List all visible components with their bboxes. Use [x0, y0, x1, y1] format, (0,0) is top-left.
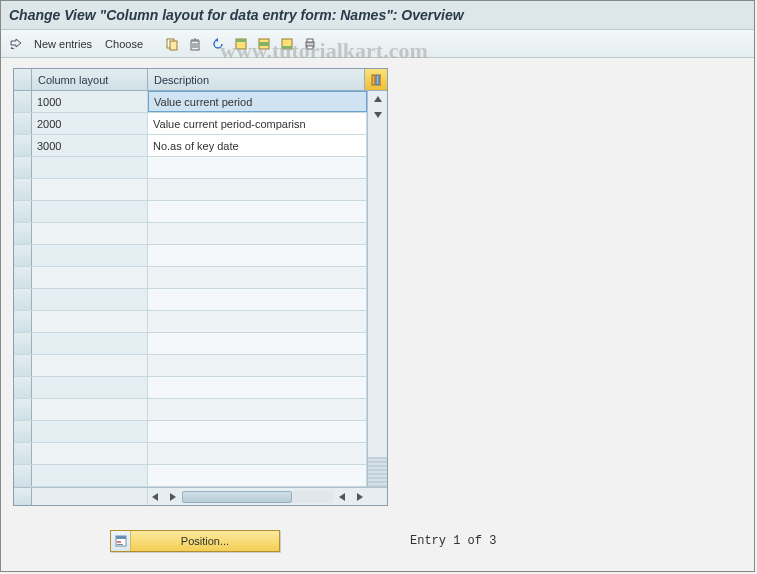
hscroll-thumb[interactable]	[182, 491, 292, 503]
copy-icon[interactable]	[163, 35, 181, 53]
cell-layout[interactable]	[32, 157, 148, 178]
row-selector[interactable]	[14, 135, 32, 156]
cell-layout[interactable]	[32, 267, 148, 288]
table-row[interactable]	[14, 245, 367, 267]
table-row[interactable]	[14, 421, 367, 443]
col-header-layout[interactable]: Column layout	[32, 69, 148, 90]
table-row[interactable]	[14, 399, 367, 421]
cell-desc[interactable]	[148, 179, 367, 200]
table-row[interactable]: 3000No.as of key date	[14, 135, 367, 157]
cell-layout[interactable]	[32, 179, 148, 200]
hscroll-right-icon[interactable]	[164, 493, 180, 501]
table-row[interactable]	[14, 355, 367, 377]
cell-layout[interactable]	[32, 245, 148, 266]
cell-layout[interactable]	[32, 421, 148, 442]
scroll-up-icon[interactable]	[368, 91, 387, 107]
position-button-label: Position...	[131, 535, 279, 547]
scroll-grip[interactable]	[368, 457, 387, 487]
col-header-desc[interactable]: Description	[148, 69, 365, 90]
table-row[interactable]: 1000Value current period	[14, 91, 367, 113]
cell-desc[interactable]	[148, 421, 367, 442]
table-row[interactable]	[14, 443, 367, 465]
row-selector[interactable]	[14, 333, 32, 354]
cell-layout[interactable]	[32, 201, 148, 222]
row-selector[interactable]	[14, 267, 32, 288]
hscroll-right2-icon[interactable]	[351, 493, 367, 501]
table-row[interactable]	[14, 465, 367, 487]
table-row[interactable]	[14, 333, 367, 355]
row-selector[interactable]	[14, 91, 32, 112]
row-header-corner[interactable]	[14, 69, 32, 90]
cell-layout[interactable]	[32, 399, 148, 420]
cell-desc[interactable]: No.as of key date	[148, 135, 367, 156]
cell-layout[interactable]	[32, 333, 148, 354]
cell-layout[interactable]: 2000	[32, 113, 148, 134]
cell-layout[interactable]: 1000	[32, 91, 148, 112]
row-selector[interactable]	[14, 311, 32, 332]
position-button[interactable]: Position...	[110, 530, 280, 552]
table-row[interactable]	[14, 377, 367, 399]
cell-desc[interactable]	[148, 355, 367, 376]
cell-desc[interactable]: Value current period	[148, 91, 367, 112]
row-selector[interactable]	[14, 443, 32, 464]
cell-desc[interactable]	[148, 157, 367, 178]
cell-layout[interactable]	[32, 311, 148, 332]
cell-desc[interactable]	[148, 223, 367, 244]
hscroll-left-icon[interactable]	[148, 493, 164, 501]
configure-columns-icon[interactable]	[365, 69, 387, 90]
cell-layout[interactable]: 3000	[32, 135, 148, 156]
cell-desc[interactable]	[148, 311, 367, 332]
row-selector[interactable]	[14, 355, 32, 376]
table-row[interactable]	[14, 311, 367, 333]
cell-desc[interactable]	[148, 267, 367, 288]
cell-layout[interactable]	[32, 377, 148, 398]
cell-desc[interactable]	[148, 333, 367, 354]
cell-desc[interactable]	[148, 377, 367, 398]
deselect-all-icon[interactable]	[278, 35, 296, 53]
cell-desc[interactable]	[148, 201, 367, 222]
cell-desc[interactable]: Value current period-comparisn	[148, 113, 367, 134]
cell-layout[interactable]	[32, 465, 148, 486]
cell-desc[interactable]	[148, 443, 367, 464]
scroll-down-icon[interactable]	[368, 107, 387, 123]
cell-layout[interactable]	[32, 223, 148, 244]
table-row[interactable]	[14, 201, 367, 223]
row-selector[interactable]	[14, 421, 32, 442]
row-selector[interactable]	[14, 113, 32, 134]
table-row[interactable]	[14, 267, 367, 289]
sap-window: Change View "Column layout for data entr…	[0, 0, 755, 572]
table-row[interactable]	[14, 223, 367, 245]
row-selector[interactable]	[14, 465, 32, 486]
print-icon[interactable]	[301, 35, 319, 53]
cell-desc[interactable]	[148, 289, 367, 310]
cell-layout[interactable]	[32, 355, 148, 376]
vertical-scrollbar[interactable]	[367, 91, 387, 487]
select-all-icon[interactable]	[232, 35, 250, 53]
undo-icon[interactable]	[209, 35, 227, 53]
choose-button[interactable]: Choose	[105, 38, 143, 50]
cell-desc[interactable]	[148, 465, 367, 486]
row-selector[interactable]	[14, 223, 32, 244]
svg-rect-11	[259, 42, 269, 46]
row-selector[interactable]	[14, 289, 32, 310]
select-block-icon[interactable]	[255, 35, 273, 53]
cell-desc[interactable]	[148, 399, 367, 420]
toggle-view-icon[interactable]	[7, 35, 25, 53]
row-selector[interactable]	[14, 377, 32, 398]
table-row[interactable]: 2000Value current period-comparisn	[14, 113, 367, 135]
row-selector[interactable]	[14, 399, 32, 420]
table-row[interactable]	[14, 289, 367, 311]
row-selector[interactable]	[14, 157, 32, 178]
hscroll-track[interactable]	[182, 491, 333, 503]
row-selector[interactable]	[14, 245, 32, 266]
new-entries-button[interactable]: New entries	[34, 38, 92, 50]
delete-icon[interactable]	[186, 35, 204, 53]
table-row[interactable]	[14, 157, 367, 179]
cell-desc[interactable]	[148, 245, 367, 266]
hscroll-left2-icon[interactable]	[335, 493, 351, 501]
cell-layout[interactable]	[32, 289, 148, 310]
cell-layout[interactable]	[32, 443, 148, 464]
row-selector[interactable]	[14, 179, 32, 200]
table-row[interactable]	[14, 179, 367, 201]
row-selector[interactable]	[14, 201, 32, 222]
